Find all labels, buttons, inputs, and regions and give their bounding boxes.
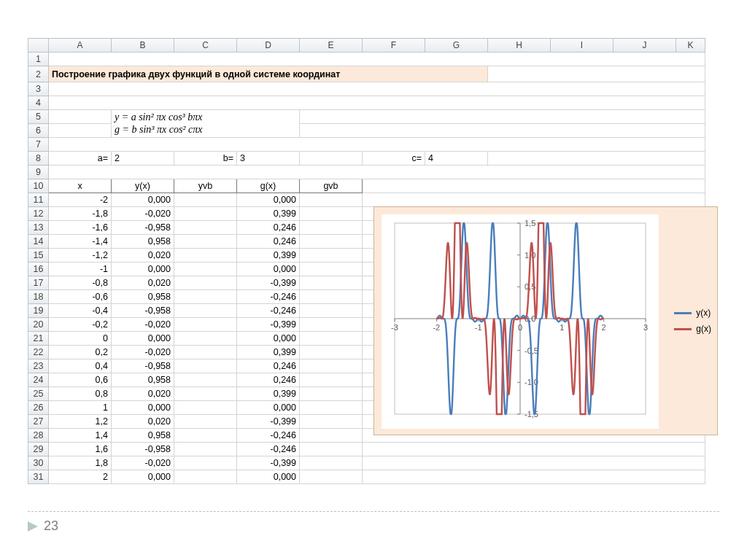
row-header[interactable]: 11 bbox=[28, 193, 49, 207]
row-header[interactable]: 20 bbox=[28, 318, 49, 332]
cell[interactable] bbox=[300, 152, 363, 166]
cell-yvb[interactable] bbox=[174, 221, 237, 235]
cell-yvb[interactable] bbox=[174, 249, 237, 262]
cell-yvb[interactable] bbox=[174, 193, 237, 207]
cell[interactable] bbox=[363, 456, 705, 470]
cell-g[interactable]: 0,399 bbox=[237, 387, 300, 401]
row-header[interactable]: 26 bbox=[28, 401, 49, 415]
th-yvb[interactable]: yvb bbox=[174, 179, 237, 193]
cell-x[interactable]: 1,2 bbox=[49, 415, 112, 429]
th-g[interactable]: g(x) bbox=[237, 179, 300, 193]
cell-y[interactable]: -0,020 bbox=[112, 346, 174, 359]
cell-gvb[interactable] bbox=[300, 235, 363, 249]
cell-g[interactable]: -0,246 bbox=[237, 290, 300, 304]
row-header[interactable]: 8 bbox=[28, 152, 49, 166]
cell-y[interactable]: -0,020 bbox=[112, 318, 174, 332]
row-header[interactable]: 25 bbox=[28, 387, 49, 401]
cell-x[interactable]: 0,8 bbox=[49, 387, 112, 401]
row-header[interactable]: 7 bbox=[28, 138, 49, 152]
row-header[interactable]: 5 bbox=[28, 110, 49, 124]
cell-x[interactable]: 2 bbox=[49, 470, 112, 484]
cell-gvb[interactable] bbox=[300, 304, 363, 318]
cell-g[interactable]: -0,246 bbox=[237, 304, 300, 318]
th-x[interactable]: x bbox=[49, 179, 112, 193]
row-header[interactable]: 15 bbox=[28, 249, 49, 262]
col-header[interactable]: H bbox=[488, 39, 551, 52]
cell[interactable] bbox=[49, 124, 112, 138]
cell-x[interactable]: 1 bbox=[49, 401, 112, 415]
row-header[interactable]: 19 bbox=[28, 304, 49, 318]
cell-yvb[interactable] bbox=[174, 401, 237, 415]
cell-x[interactable]: 1,6 bbox=[49, 443, 112, 456]
cell-gvb[interactable] bbox=[300, 290, 363, 304]
cell-g[interactable]: 0,246 bbox=[237, 373, 300, 387]
cell-g[interactable]: 0,246 bbox=[237, 221, 300, 235]
cell-g[interactable]: 0,000 bbox=[237, 262, 300, 276]
row-header[interactable]: 10 bbox=[28, 179, 49, 193]
row-header[interactable]: 31 bbox=[28, 470, 49, 484]
row-header[interactable]: 3 bbox=[28, 82, 49, 96]
cell[interactable] bbox=[49, 138, 705, 152]
col-header[interactable]: I bbox=[551, 39, 614, 52]
cell-gvb[interactable] bbox=[300, 262, 363, 276]
cell-g[interactable]: 0,000 bbox=[237, 193, 300, 207]
cell-y[interactable]: 0,020 bbox=[112, 387, 174, 401]
cell[interactable] bbox=[363, 193, 705, 207]
table-row[interactable]: 291,6-0,958-0,246 bbox=[28, 443, 705, 456]
title-cell[interactable]: Построение графика двух функций в одной … bbox=[49, 66, 488, 82]
cell-g[interactable]: -0,399 bbox=[237, 456, 300, 470]
select-all-corner[interactable] bbox=[28, 39, 49, 52]
row-header[interactable]: 27 bbox=[28, 415, 49, 429]
th-gvb[interactable]: gvb bbox=[300, 179, 363, 193]
cell-yvb[interactable] bbox=[174, 415, 237, 429]
cell-g[interactable]: -0,399 bbox=[237, 318, 300, 332]
cell-yvb[interactable] bbox=[174, 346, 237, 359]
table-row[interactable]: 3120,0000,000 bbox=[28, 470, 705, 484]
cell-x[interactable]: -1,2 bbox=[49, 249, 112, 262]
cell-gvb[interactable] bbox=[300, 387, 363, 401]
param-a-value[interactable]: 2 bbox=[112, 152, 174, 166]
row-header[interactable]: 18 bbox=[28, 290, 49, 304]
cell[interactable] bbox=[49, 96, 705, 110]
cell-x[interactable]: 0,2 bbox=[49, 346, 112, 359]
row-header[interactable]: 28 bbox=[28, 429, 49, 443]
cell-y[interactable]: -0,958 bbox=[112, 443, 174, 456]
cell-yvb[interactable] bbox=[174, 373, 237, 387]
cell-yvb[interactable] bbox=[174, 470, 237, 484]
cell-gvb[interactable] bbox=[300, 221, 363, 235]
cell-gvb[interactable] bbox=[300, 249, 363, 262]
param-c-label[interactable]: c= bbox=[363, 152, 425, 166]
cell-g[interactable]: 0,246 bbox=[237, 359, 300, 373]
cell[interactable] bbox=[363, 470, 705, 484]
cell-g[interactable]: -0,246 bbox=[237, 429, 300, 443]
cell-x[interactable]: -2 bbox=[49, 193, 112, 207]
cell-x[interactable]: -0,2 bbox=[49, 318, 112, 332]
row-header[interactable]: 17 bbox=[28, 276, 49, 290]
cell[interactable] bbox=[49, 110, 112, 124]
col-header[interactable]: F bbox=[363, 39, 425, 52]
cell-gvb[interactable] bbox=[300, 373, 363, 387]
cell-x[interactable]: 0 bbox=[49, 332, 112, 346]
cell-g[interactable]: -0,399 bbox=[237, 415, 300, 429]
cell[interactable] bbox=[300, 124, 705, 138]
row-header[interactable]: 24 bbox=[28, 373, 49, 387]
cell-y[interactable]: -0,958 bbox=[112, 221, 174, 235]
row-header[interactable]: 13 bbox=[28, 221, 49, 235]
row-header[interactable]: 30 bbox=[28, 456, 49, 470]
table-row[interactable]: 11-20,0000,000 bbox=[28, 193, 705, 207]
col-header[interactable]: B bbox=[112, 39, 174, 52]
cell-x[interactable]: -1,6 bbox=[49, 221, 112, 235]
col-header[interactable]: D bbox=[237, 39, 300, 52]
cell-x[interactable]: 1,8 bbox=[49, 456, 112, 470]
cell-gvb[interactable] bbox=[300, 193, 363, 207]
cell-gvb[interactable] bbox=[300, 456, 363, 470]
cell-gvb[interactable] bbox=[300, 415, 363, 429]
row-header[interactable]: 14 bbox=[28, 235, 49, 249]
cell-y[interactable]: -0,020 bbox=[112, 207, 174, 221]
row-header[interactable]: 4 bbox=[28, 96, 49, 110]
cell-y[interactable]: 0,020 bbox=[112, 415, 174, 429]
cell[interactable] bbox=[49, 52, 705, 66]
cell-g[interactable]: 0,246 bbox=[237, 235, 300, 249]
cell-yvb[interactable] bbox=[174, 290, 237, 304]
cell-yvb[interactable] bbox=[174, 262, 237, 276]
